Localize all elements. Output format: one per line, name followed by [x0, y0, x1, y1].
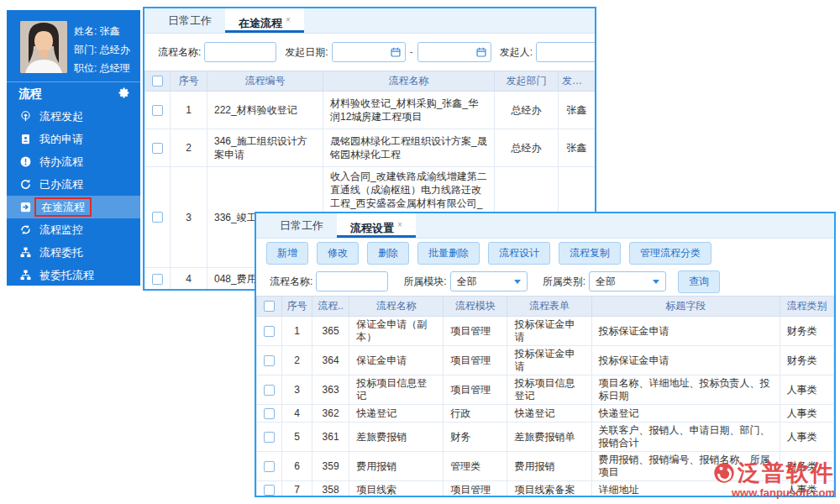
table-row[interactable]: 4362快递登记行政快递登记快递登记人事类 [257, 405, 834, 423]
module-select[interactable]: 全部 [450, 271, 528, 291]
row-checkbox[interactable] [264, 385, 275, 396]
process-copy-button[interactable]: 流程复制 [559, 242, 621, 265]
panel1-tabbar: 日常工作 在途流程× [144, 8, 595, 34]
select-all-header [257, 297, 282, 317]
table-cell: 项目管理 [444, 375, 507, 405]
table-cell: 总经办 [495, 129, 559, 167]
table-cell: 3 [171, 167, 207, 268]
sidebar-item-process-delegation[interactable]: 流程委托 [7, 241, 140, 264]
row-checkbox[interactable] [152, 212, 163, 223]
table-cell: 5 [282, 423, 312, 452]
row-checkbox[interactable] [264, 355, 275, 366]
column-header: 流程类别 [780, 297, 833, 317]
table-row[interactable]: 2364保证金申请项目管理投标保证金申请投标保证金申请财务类 [257, 346, 834, 375]
table-cell: 人事类 [780, 423, 833, 452]
tab-daily-work[interactable]: 日常工作 [155, 8, 225, 33]
sidebar-menu: 流程发起 我的申请 待办流程 已办流程 在途流程 流程监控 流程委托 被委托流 [7, 105, 140, 286]
table-row[interactable]: 1222_材料验收登记材料验收登记_材料采购_张鑫_华润12城房建工程项目总经办… [145, 92, 596, 129]
table-cell: 费用报销、报销编号、报销名称、所属项目 [591, 452, 780, 481]
table-cell: 张鑫 [559, 129, 596, 167]
calendar-icon[interactable] [390, 46, 402, 58]
row-select-cell [257, 405, 282, 423]
initiator-input[interactable] [536, 42, 596, 62]
initiator-label: 发起人: [500, 45, 533, 60]
table-cell: 3 [282, 375, 312, 405]
table-row[interactable]: 5361差旅费报销财务差旅费报销单关联客户、报销人、申请日期、部门、报销合计人事… [257, 423, 834, 452]
process-name-input[interactable] [204, 42, 276, 62]
row-checkbox[interactable] [152, 274, 163, 285]
row-select-cell [145, 167, 171, 268]
table-cell: 人事类 [780, 375, 833, 405]
panel1-filterbar: 流程名称: 发起日期: - 发起人: [144, 34, 595, 71]
process-name-input[interactable] [316, 271, 388, 291]
table-cell: 人事类 [780, 405, 833, 423]
column-header: 流程表单 [507, 297, 591, 317]
alert-icon [19, 155, 32, 168]
table-cell: 6 [282, 452, 312, 481]
gear-icon[interactable] [118, 87, 130, 102]
table-row[interactable]: 6359费用报销管理类费用报销费用报销、报销编号、报销名称、所属项目财务类 [257, 452, 834, 481]
column-header: 流程模块 [444, 297, 507, 317]
row-select-cell [145, 129, 171, 167]
manage-process-category-button[interactable]: 管理流程分类 [629, 242, 711, 265]
table-row[interactable]: 7358项目线索项目管理项目线索备案详细地址人事类 [257, 481, 834, 498]
table-cell: 财务类 [780, 346, 833, 375]
table-cell: 张鑫 [559, 92, 596, 129]
table-cell: 359 [312, 452, 349, 481]
row-select-cell [145, 268, 171, 291]
sidebar-item-process-monitor[interactable]: 流程监控 [7, 218, 140, 241]
table-cell: 投标保证金申请 [507, 346, 591, 375]
select-all-header [145, 71, 171, 92]
edit-button[interactable]: 修改 [317, 242, 359, 265]
row-checkbox[interactable] [264, 485, 275, 496]
table-cell: 差旅费报销单 [507, 423, 591, 452]
query-button[interactable]: 查询 [678, 270, 720, 293]
table-cell: 费用报销 [507, 452, 591, 481]
table-row[interactable]: 1365保证金申请（副本）项目管理投标保证金申请投标保证金申请财务类 [257, 317, 834, 346]
row-checkbox[interactable] [264, 326, 275, 337]
table-cell: 361 [312, 423, 349, 452]
row-checkbox[interactable] [264, 408, 275, 419]
process-settings-table: 序号流程..流程名称流程模块流程表单标题字段流程类别1365保证金申请（副本）项… [256, 296, 834, 497]
add-button[interactable]: 新增 [266, 242, 308, 265]
tab-in-transit-processes[interactable]: 在途流程× [225, 8, 304, 33]
table-cell: 详细地址 [591, 481, 780, 498]
sidebar-item-in-transit-processes[interactable]: 在途流程 [7, 196, 140, 218]
table-cell: 2 [282, 346, 312, 375]
table-cell: 7 [282, 481, 312, 498]
sidebar-item-todo-processes[interactable]: 待办流程 [7, 150, 140, 173]
row-checkbox[interactable] [264, 432, 275, 443]
close-icon[interactable]: × [286, 15, 291, 24]
sidebar-item-done-processes[interactable]: 已办流程 [7, 173, 140, 196]
process-design-button[interactable]: 流程设计 [488, 242, 550, 265]
tab-process-settings[interactable]: 流程设置× [337, 213, 416, 238]
table-cell: 费用报销 [349, 452, 444, 481]
table-cell: 358 [312, 481, 349, 498]
row-checkbox[interactable] [264, 461, 275, 472]
process-settings-window: 日常工作 流程设置× 新增 修改 删除 批量删除 流程设计 流程复制 管理流程分… [255, 212, 836, 497]
tab-daily-work[interactable]: 日常工作 [266, 213, 337, 238]
table-row[interactable]: 2346_施工组织设计方案申请晟铭园林绿化工程组织设计方案_晟铭园林绿化工程总经… [145, 129, 596, 167]
table-cell: 项目管理 [444, 317, 507, 346]
sidebar-item-delegated-processes[interactable]: 被委托流程 [7, 264, 140, 286]
delete-button[interactable]: 删除 [367, 242, 409, 265]
calendar-icon[interactable] [475, 46, 487, 58]
module-label: 所属模块: [403, 275, 446, 289]
row-checkbox[interactable] [152, 105, 163, 116]
table-cell: 人事类 [780, 481, 833, 498]
table-cell: 管理类 [444, 452, 507, 481]
close-icon[interactable]: × [397, 220, 402, 229]
table-cell: 项目线索 [349, 481, 444, 498]
sidebar-item-process-initiate[interactable]: 流程发起 [7, 105, 140, 128]
table-row[interactable]: 3363投标项目信息登记项目管理投标项目信息登记项目名称、详细地址、投标负责人、… [257, 375, 834, 405]
category-select[interactable]: 全部 [589, 271, 666, 291]
select-all-checkbox[interactable] [264, 301, 275, 312]
chevron-down-icon [653, 280, 659, 284]
select-all-checkbox[interactable] [152, 76, 163, 87]
batch-delete-button[interactable]: 批量删除 [417, 242, 480, 265]
sidebar-item-my-applications[interactable]: 我的申请 [7, 128, 140, 150]
chevron-down-icon [514, 280, 521, 284]
column-header: 序号 [171, 71, 207, 92]
sync-icon [19, 223, 32, 236]
row-checkbox[interactable] [152, 143, 163, 154]
